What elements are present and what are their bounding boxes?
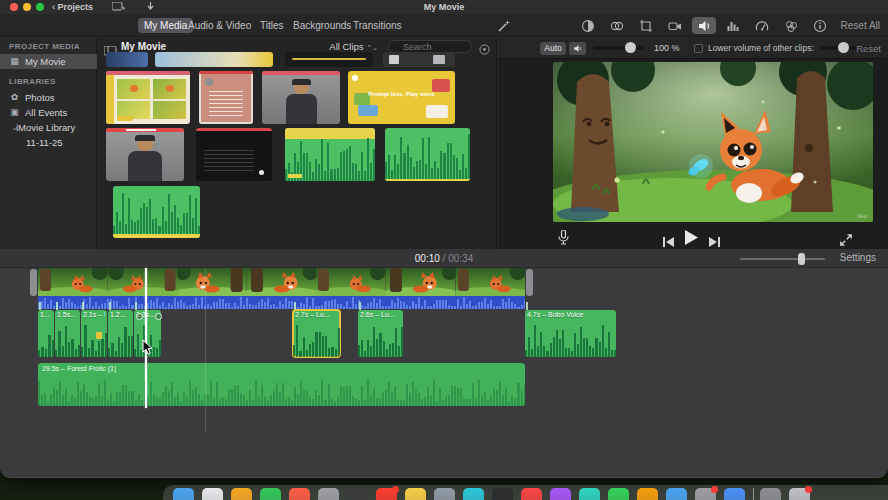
all-events-icon: ▣ — [9, 107, 20, 118]
reset-volume-button[interactable]: Reset — [856, 43, 881, 54]
volume-slider[interactable] — [593, 46, 645, 50]
video-clip-filmstrip[interactable] — [38, 268, 525, 296]
imovie-window: ‹ Projects My Movie My Media Audio & Vid… — [0, 0, 888, 478]
dock-app-icon[interactable] — [347, 488, 368, 500]
info-icon[interactable] — [808, 17, 832, 34]
desktop: ‹ Projects My Movie My Media Audio & Vid… — [0, 0, 888, 500]
dock-app-icon[interactable] — [579, 488, 600, 500]
mute-button[interactable] — [569, 42, 586, 55]
slide-thumb-text: Prompt less, Play more — [348, 91, 455, 97]
clip-marker[interactable] — [136, 313, 143, 320]
timeline-zoom-slider[interactable] — [740, 258, 825, 260]
dock-app-icon[interactable] — [463, 488, 484, 500]
color-balance-icon[interactable] — [576, 17, 600, 34]
dock-app-icon[interactable] — [521, 488, 542, 500]
record-voiceover-button[interactable] — [558, 230, 569, 249]
dock-app-icon[interactable] — [666, 488, 687, 500]
video-watermark: Veo — [857, 213, 867, 219]
preview-image: Veo — [553, 62, 873, 222]
dock-app-icon[interactable] — [608, 488, 629, 500]
sidebar-item-library-date[interactable]: 11-11-25 — [0, 135, 97, 150]
dock-app-icon[interactable] — [760, 488, 781, 500]
clip-trim-handle[interactable] — [526, 269, 533, 296]
effects-icon[interactable] — [779, 17, 803, 34]
play-button[interactable] — [684, 230, 698, 249]
dock-app-icon[interactable] — [405, 488, 426, 500]
stabilization-icon[interactable] — [663, 17, 687, 34]
media-thumbnail[interactable] — [155, 52, 273, 67]
speed-icon[interactable] — [750, 17, 774, 34]
timeline-toolbar: 00:10 / 00:34 Settings — [0, 249, 888, 268]
dock-app-icon[interactable] — [202, 488, 223, 500]
crop-icon[interactable] — [634, 17, 658, 34]
tab-titles[interactable]: Titles — [254, 18, 290, 33]
video-clip-audio-waveform[interactable] — [38, 296, 525, 309]
clip-trim-handle[interactable] — [30, 269, 37, 296]
media-thumbnail[interactable]: Prompt less, Play more — [348, 71, 455, 124]
media-thumbnail[interactable] — [285, 52, 373, 67]
media-thumbnail[interactable] — [106, 71, 190, 124]
auto-volume-button[interactable]: Auto — [540, 42, 566, 55]
clip-filter-dropdown[interactable]: All Clips ⌃⌄ — [329, 41, 378, 52]
playhead[interactable] — [145, 268, 147, 408]
dock-app-icon[interactable] — [724, 488, 745, 500]
media-thumbnail[interactable] — [113, 186, 200, 238]
dock-app-icon[interactable] — [231, 488, 252, 500]
tab-bar: My Media Audio & Video Titles Background… — [0, 14, 888, 37]
dock-app-icon[interactable] — [550, 488, 571, 500]
media-thumbnail[interactable] — [385, 128, 470, 181]
volume-icon[interactable] — [692, 17, 716, 34]
media-thumbnail[interactable] — [106, 52, 148, 67]
dock-app-icon[interactable] — [376, 488, 397, 500]
sidebar-item-all-events[interactable]: ▣ All Events — [0, 105, 97, 120]
sfx-clip-selected[interactable]: 2.7s – Lu... — [293, 310, 340, 357]
dock-app-icon[interactable] — [637, 488, 658, 500]
reset-all-button[interactable]: Reset All — [841, 20, 880, 31]
sfx-clip[interactable]: 2.6s – Lu... — [358, 310, 403, 357]
dock-app-icon[interactable] — [789, 488, 810, 500]
media-thumbnail[interactable] — [199, 71, 253, 124]
dock-app-icon[interactable] — [434, 488, 455, 500]
window-title: My Movie — [0, 2, 888, 12]
sidebar-item-imovie-library[interactable]: ⌄ iMovie Library — [0, 120, 97, 135]
browser-action-icon[interactable] — [479, 41, 490, 59]
sfx-clip[interactable]: 1... — [38, 310, 54, 357]
dock-app-icon[interactable] — [695, 488, 716, 500]
media-thumbnail[interactable] — [285, 128, 375, 181]
tab-transitions[interactable]: Transitions — [347, 18, 408, 33]
sidebar-item-my-movie[interactable]: ▦ My Movie — [0, 54, 97, 69]
noise-reduction-icon[interactable] — [721, 17, 745, 34]
lower-volume-checkbox[interactable] — [694, 44, 703, 53]
dock-app-icon[interactable] — [289, 488, 310, 500]
music-clip[interactable]: 29.5s – Forest Frolic (1) — [38, 363, 525, 406]
media-thumbnail[interactable] — [383, 52, 455, 67]
clip-marker[interactable] — [155, 313, 162, 320]
sfx-clip[interactable]: 2.1s – L... — [81, 310, 107, 357]
titlebar: ‹ Projects My Movie — [0, 0, 888, 14]
dock-app-icon[interactable] — [173, 488, 194, 500]
dock-app-icon[interactable] — [260, 488, 281, 500]
color-correction-icon[interactable] — [605, 17, 629, 34]
media-thumbnail[interactable] — [262, 71, 340, 124]
auto-enhance-icon[interactable] — [492, 17, 516, 34]
dock-app-icon[interactable] — [318, 488, 339, 500]
viewer-panel: Auto 100 % Lower volume of other clips: … — [498, 38, 888, 253]
sfx-clip[interactable]: 1.2... — [108, 310, 133, 357]
fullscreen-button[interactable] — [840, 232, 852, 250]
sfx-clip[interactable]: 4.7s – Bobo Voice — [525, 310, 616, 357]
lower-volume-label: Lower volume of other clips: — [708, 43, 814, 53]
dock[interactable] — [163, 485, 888, 500]
timeline-settings-button[interactable]: Settings — [840, 252, 876, 263]
sfx-clip[interactable]: 1.5s... — [55, 310, 80, 357]
sidebar-item-photos[interactable]: ✿ Photos — [0, 90, 97, 105]
project-media-header: PROJECT MEDIA — [9, 42, 80, 51]
dock-app-icon[interactable] — [492, 488, 513, 500]
photos-icon: ✿ — [9, 92, 20, 103]
media-thumbnail[interactable] — [196, 128, 272, 181]
tab-audio-video[interactable]: Audio & Video — [182, 18, 257, 33]
clip-beat-marker[interactable] — [96, 332, 102, 339]
mouse-cursor — [142, 340, 153, 359]
media-thumbnail[interactable] — [106, 128, 184, 181]
sidebar: PROJECT MEDIA ▦ My Movie LIBRARIES ✿ Pho… — [0, 38, 97, 253]
volume-controls: Auto 100 % Lower volume of other clips: … — [498, 38, 888, 59]
